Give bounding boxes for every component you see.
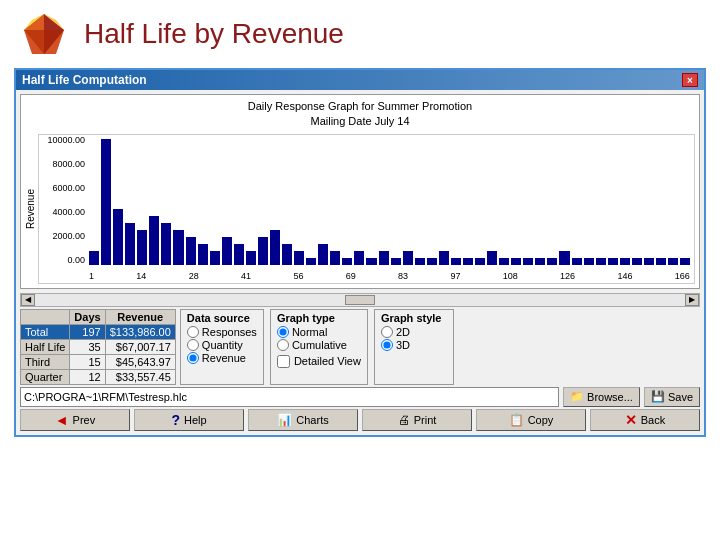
chart-icon: 📊 bbox=[277, 413, 292, 427]
chart-bar bbox=[391, 258, 401, 265]
chart-bar bbox=[668, 258, 678, 265]
chart-bar bbox=[572, 258, 582, 265]
save-button[interactable]: 💾 Save bbox=[644, 387, 700, 407]
chart-bar bbox=[403, 251, 413, 265]
chart-bar bbox=[523, 258, 533, 265]
graph-title: Daily Response Graph for Summer Promotio… bbox=[25, 99, 695, 130]
chart-bar bbox=[354, 251, 364, 265]
graph-type-group: Graph type Normal Cumulative Detailed Vi… bbox=[270, 309, 368, 385]
detailed-view-row: Detailed View bbox=[277, 355, 361, 368]
chart-bar bbox=[113, 209, 123, 265]
chart-bar bbox=[89, 251, 99, 265]
chart-bar bbox=[451, 258, 461, 265]
charts-button[interactable]: 📊 Charts bbox=[248, 409, 358, 431]
x-icon: ✕ bbox=[625, 412, 637, 428]
row-revenue: $45,643.97 bbox=[105, 354, 175, 369]
print-button[interactable]: 🖨 Print bbox=[362, 409, 472, 431]
chart-bar bbox=[222, 237, 232, 265]
copy-button[interactable]: 📋 Copy bbox=[476, 409, 586, 431]
row-days: 12 bbox=[70, 369, 105, 384]
radio-cumulative: Cumulative bbox=[277, 339, 361, 351]
row-label: Half Life bbox=[21, 339, 70, 354]
row-revenue: $133,986.00 bbox=[105, 324, 175, 339]
dialog-titlebar: Half Life Computation × bbox=[16, 70, 704, 90]
radio-quantity-input[interactable] bbox=[187, 339, 199, 351]
row-label: Third bbox=[21, 354, 70, 369]
table-row: Third 15 $45,643.97 bbox=[21, 354, 176, 369]
radio-responses-label: Responses bbox=[202, 326, 257, 338]
col-header-label bbox=[21, 309, 70, 324]
bars-area bbox=[89, 139, 690, 265]
chart-bar bbox=[596, 258, 606, 265]
scroll-right-btn[interactable]: ▶ bbox=[685, 294, 699, 306]
y-axis-label: Revenue bbox=[25, 189, 36, 229]
chart-bar bbox=[415, 258, 425, 265]
chart-bar bbox=[427, 258, 437, 265]
dialog-window: Half Life Computation × Daily Response G… bbox=[14, 68, 706, 437]
y-axis: 10000.00 8000.00 6000.00 4000.00 2000.00… bbox=[39, 135, 87, 265]
radio-revenue-input[interactable] bbox=[187, 352, 199, 364]
scroll-left-btn[interactable]: ◀ bbox=[21, 294, 35, 306]
folder-icon: 📁 bbox=[570, 390, 584, 403]
chart-bar bbox=[330, 251, 340, 265]
radio-responses-input[interactable] bbox=[187, 326, 199, 338]
prev-button[interactable]: ◄ Prev bbox=[20, 409, 130, 431]
print-icon: 🖨 bbox=[398, 413, 410, 427]
radio-normal-label: Normal bbox=[292, 326, 327, 338]
data-source-group: Data source Responses Quantity Revenue bbox=[180, 309, 264, 385]
chart-bar bbox=[608, 258, 618, 265]
row-days: 35 bbox=[70, 339, 105, 354]
graph-style-group: Graph style 2D 3D bbox=[374, 309, 454, 385]
help-button[interactable]: ? Help bbox=[134, 409, 244, 431]
row-label: Total bbox=[21, 324, 70, 339]
scroll-thumb[interactable] bbox=[345, 295, 375, 305]
save-icon: 💾 bbox=[651, 390, 665, 403]
radio-cumulative-label: Cumulative bbox=[292, 339, 347, 351]
chart-bar bbox=[644, 258, 654, 265]
detailed-view-checkbox[interactable] bbox=[277, 355, 290, 368]
chart-bar bbox=[161, 223, 171, 265]
options-panel: Data source Responses Quantity Revenue G… bbox=[180, 309, 700, 385]
x-axis: 1 14 28 41 56 69 83 97 108 126 146 166 bbox=[89, 271, 690, 281]
chart-bar bbox=[342, 258, 352, 265]
radio-revenue: Revenue bbox=[187, 352, 257, 364]
row-days: 15 bbox=[70, 354, 105, 369]
chart-bar bbox=[547, 258, 557, 265]
table-body: Total 197 $133,986.00 Half Life 35 $67,0… bbox=[21, 324, 176, 384]
chart-bar bbox=[294, 251, 304, 265]
chart-bar bbox=[475, 258, 485, 265]
radio-normal-input[interactable] bbox=[277, 326, 289, 338]
chart-bar bbox=[210, 251, 220, 265]
copy-icon: 📋 bbox=[509, 413, 524, 427]
scrollbar[interactable]: ◀ ▶ bbox=[20, 293, 700, 307]
data-table: Days Revenue Total 197 $133,986.00 Half … bbox=[20, 309, 176, 385]
chart-bar bbox=[318, 244, 328, 265]
close-button[interactable]: × bbox=[682, 73, 698, 87]
data-source-title: Data source bbox=[187, 312, 257, 324]
row-label: Quarter bbox=[21, 369, 70, 384]
radio-3d-input[interactable] bbox=[381, 339, 393, 351]
table-row: Half Life 35 $67,007.17 bbox=[21, 339, 176, 354]
browse-button[interactable]: 📁 Browse... bbox=[563, 387, 640, 407]
row-revenue: $67,007.17 bbox=[105, 339, 175, 354]
chart-bar bbox=[173, 230, 183, 265]
chart-bar bbox=[306, 258, 316, 265]
chart-bar bbox=[101, 139, 111, 265]
radio-2d-label: 2D bbox=[396, 326, 410, 338]
chart-bar bbox=[234, 244, 244, 265]
col-header-days: Days bbox=[70, 309, 105, 324]
chart-area: 10000.00 8000.00 6000.00 4000.00 2000.00… bbox=[38, 134, 695, 284]
table-row: Quarter 12 $33,557.45 bbox=[21, 369, 176, 384]
chart-bar bbox=[535, 258, 545, 265]
filepath-input[interactable] bbox=[20, 387, 559, 407]
graph-style-title: Graph style bbox=[381, 312, 447, 324]
chart-bar bbox=[499, 258, 509, 265]
chart-bar bbox=[282, 244, 292, 265]
chart-bar bbox=[198, 244, 208, 265]
chart-bar bbox=[680, 258, 690, 265]
radio-2d-input[interactable] bbox=[381, 326, 393, 338]
col-header-revenue: Revenue bbox=[105, 309, 175, 324]
back-button[interactable]: ✕ Back bbox=[590, 409, 700, 431]
radio-cumulative-input[interactable] bbox=[277, 339, 289, 351]
arrow-left-icon: ◄ bbox=[55, 412, 69, 428]
